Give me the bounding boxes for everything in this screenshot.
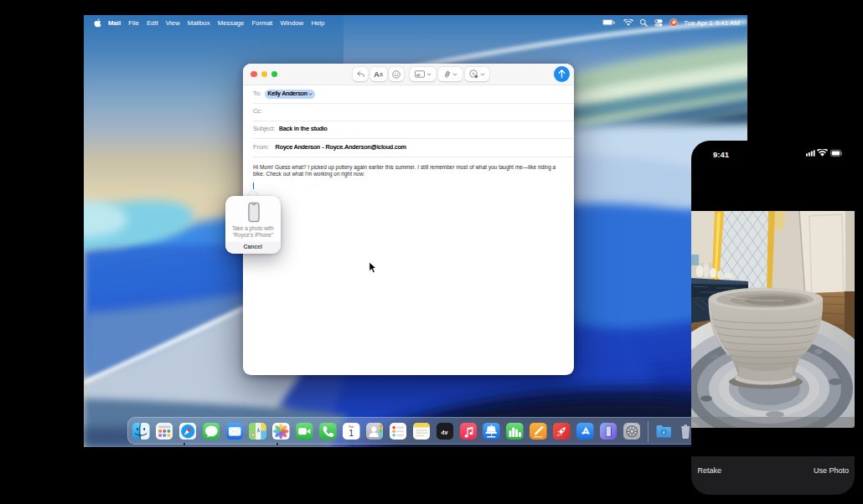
- svg-text:1: 1: [349, 427, 354, 437]
- svg-text:tv: tv: [442, 429, 447, 435]
